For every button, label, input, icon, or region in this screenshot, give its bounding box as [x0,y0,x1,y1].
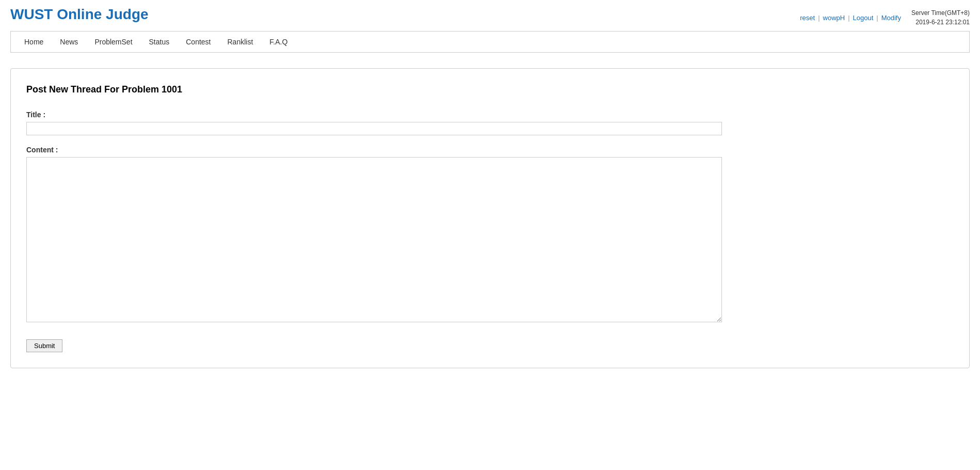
logout-link[interactable]: Logout [853,14,874,22]
nav-bar: Home News ProblemSet Status Contest Rank… [10,31,970,53]
submit-button[interactable]: Submit [26,339,62,352]
server-time-value: 2019-6-21 23:12:01 [911,18,970,27]
reset-link[interactable]: reset [800,14,815,22]
site-title[interactable]: WUST Online Judge [10,6,149,23]
content-label: Content : [26,146,954,154]
nav-status[interactable]: Status [141,32,178,52]
nav-links: Home News ProblemSet Status Contest Rank… [16,32,296,52]
title-group: Title : [26,111,954,135]
nav-faq[interactable]: F.A.Q [261,32,296,52]
header-right: reset | wowpH | Logout | Modify Server T… [800,6,970,27]
nav-contest[interactable]: Contest [178,32,219,52]
separator-1: | [818,14,820,22]
modify-link[interactable]: Modify [881,14,901,22]
separator-3: | [876,14,878,22]
main-content: Post New Thread For Problem 1001 Title :… [10,68,970,368]
title-input[interactable] [26,122,722,135]
nav-ranklist[interactable]: Ranklist [219,32,261,52]
nav-problemset[interactable]: ProblemSet [86,32,140,52]
nav-home[interactable]: Home [16,32,52,52]
separator-2: | [848,14,849,22]
server-time: Server Time(GMT+8) 2019-6-21 23:12:01 [911,8,970,27]
content-textarea[interactable] [26,157,722,322]
title-label: Title : [26,111,954,119]
nav-news[interactable]: News [52,32,86,52]
username-link[interactable]: wowpH [823,14,845,22]
top-header: WUST Online Judge reset | wowpH | Logout… [0,0,980,31]
page-title: Post New Thread For Problem 1001 [26,84,954,95]
content-group: Content : [26,146,954,324]
server-time-label: Server Time(GMT+8) [911,8,970,18]
